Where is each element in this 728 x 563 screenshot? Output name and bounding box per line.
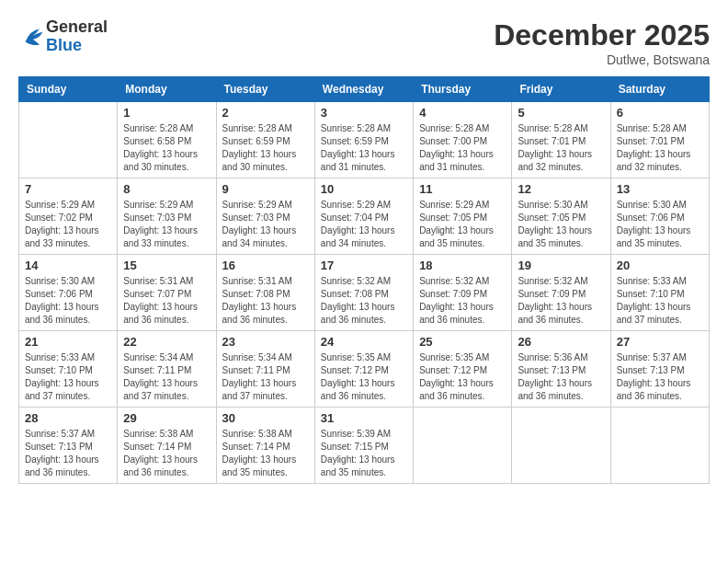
- calendar-cell: 28Sunrise: 5:37 AM Sunset: 7:13 PM Dayli…: [19, 408, 118, 484]
- day-info: Sunrise: 5:38 AM Sunset: 7:14 PM Dayligh…: [123, 428, 210, 479]
- calendar-week-row-2: 7Sunrise: 5:29 AM Sunset: 7:02 PM Daylig…: [19, 178, 710, 255]
- day-info: Sunrise: 5:38 AM Sunset: 7:14 PM Dayligh…: [222, 428, 309, 479]
- day-number: 5: [518, 106, 604, 120]
- calendar-cell: 18Sunrise: 5:32 AM Sunset: 7:09 PM Dayli…: [414, 255, 512, 331]
- day-number: 26: [518, 335, 604, 349]
- calendar-cell: 30Sunrise: 5:38 AM Sunset: 7:14 PM Dayli…: [216, 408, 314, 484]
- calendar-cell: 19Sunrise: 5:32 AM Sunset: 7:09 PM Dayli…: [512, 255, 610, 331]
- calendar-cell: 8Sunrise: 5:29 AM Sunset: 7:03 PM Daylig…: [118, 178, 216, 255]
- day-info: Sunrise: 5:33 AM Sunset: 7:10 PM Dayligh…: [617, 275, 703, 327]
- day-info: Sunrise: 5:35 AM Sunset: 7:12 PM Dayligh…: [419, 351, 506, 403]
- calendar-cell: 29Sunrise: 5:38 AM Sunset: 7:14 PM Dayli…: [118, 408, 216, 484]
- day-info: Sunrise: 5:29 AM Sunset: 7:03 PM Dayligh…: [222, 199, 309, 250]
- calendar-cell: 1Sunrise: 5:28 AM Sunset: 6:58 PM Daylig…: [118, 102, 216, 178]
- day-number: 24: [321, 335, 407, 349]
- day-info: Sunrise: 5:37 AM Sunset: 7:13 PM Dayligh…: [617, 351, 703, 403]
- calendar-header-thursday: Thursday: [414, 77, 512, 102]
- day-info: Sunrise: 5:29 AM Sunset: 7:05 PM Dayligh…: [419, 199, 506, 250]
- day-number: 10: [321, 182, 407, 196]
- calendar-cell: 13Sunrise: 5:30 AM Sunset: 7:06 PM Dayli…: [610, 178, 709, 255]
- logo-text: General Blue: [46, 18, 108, 55]
- day-number: 13: [617, 182, 703, 196]
- calendar-cell: [414, 408, 512, 484]
- day-number: 25: [419, 335, 506, 349]
- calendar-week-row-4: 21Sunrise: 5:33 AM Sunset: 7:10 PM Dayli…: [19, 331, 710, 408]
- day-number: 12: [518, 182, 604, 196]
- day-number: 7: [25, 182, 111, 196]
- day-info: Sunrise: 5:28 AM Sunset: 7:01 PM Dayligh…: [617, 122, 703, 174]
- day-info: Sunrise: 5:39 AM Sunset: 7:15 PM Dayligh…: [321, 428, 407, 479]
- day-info: Sunrise: 5:37 AM Sunset: 7:13 PM Dayligh…: [25, 428, 111, 479]
- calendar-header-wednesday: Wednesday: [314, 77, 413, 102]
- calendar-cell: 23Sunrise: 5:34 AM Sunset: 7:11 PM Dayli…: [216, 331, 314, 408]
- day-number: 4: [419, 106, 506, 120]
- calendar-cell: 22Sunrise: 5:34 AM Sunset: 7:11 PM Dayli…: [118, 331, 216, 408]
- day-info: Sunrise: 5:29 AM Sunset: 7:04 PM Dayligh…: [321, 199, 407, 250]
- logo: General Blue: [18, 18, 108, 55]
- day-info: Sunrise: 5:28 AM Sunset: 6:58 PM Dayligh…: [123, 122, 210, 174]
- day-number: 18: [419, 259, 506, 272]
- calendar-cell: 7Sunrise: 5:29 AM Sunset: 7:02 PM Daylig…: [19, 178, 118, 255]
- calendar-cell: 10Sunrise: 5:29 AM Sunset: 7:04 PM Dayli…: [314, 178, 413, 255]
- day-number: 16: [222, 259, 309, 272]
- title-area: December 2025 Dutlwe, Botswana: [494, 18, 710, 67]
- calendar-header-monday: Monday: [118, 77, 216, 102]
- day-info: Sunrise: 5:30 AM Sunset: 7:06 PM Dayligh…: [617, 199, 703, 250]
- calendar-cell: 31Sunrise: 5:39 AM Sunset: 7:15 PM Dayli…: [314, 408, 413, 484]
- day-info: Sunrise: 5:32 AM Sunset: 7:08 PM Dayligh…: [321, 275, 407, 327]
- day-info: Sunrise: 5:32 AM Sunset: 7:09 PM Dayligh…: [419, 275, 506, 327]
- calendar-cell: 4Sunrise: 5:28 AM Sunset: 7:00 PM Daylig…: [414, 102, 512, 178]
- day-number: 27: [617, 335, 703, 349]
- logo-bird-icon: [20, 24, 46, 50]
- day-number: 28: [25, 411, 111, 425]
- day-info: Sunrise: 5:28 AM Sunset: 7:00 PM Dayligh…: [419, 122, 506, 174]
- day-number: 6: [617, 106, 703, 120]
- day-number: 20: [617, 259, 703, 272]
- calendar-cell: 3Sunrise: 5:28 AM Sunset: 6:59 PM Daylig…: [314, 102, 413, 178]
- day-number: 2: [222, 106, 309, 120]
- day-number: 29: [123, 411, 210, 425]
- calendar-cell: 12Sunrise: 5:30 AM Sunset: 7:05 PM Dayli…: [512, 178, 610, 255]
- day-info: Sunrise: 5:31 AM Sunset: 7:08 PM Dayligh…: [222, 275, 309, 327]
- calendar-cell: 17Sunrise: 5:32 AM Sunset: 7:08 PM Dayli…: [314, 255, 413, 331]
- calendar-cell: [512, 408, 610, 484]
- logo-blue-text: Blue: [46, 36, 82, 54]
- day-info: Sunrise: 5:33 AM Sunset: 7:10 PM Dayligh…: [25, 351, 111, 403]
- day-number: 9: [222, 182, 309, 196]
- calendar-header-sunday: Sunday: [19, 77, 118, 102]
- day-number: 31: [321, 411, 407, 425]
- day-number: 14: [25, 259, 111, 272]
- calendar-cell: [19, 102, 118, 178]
- calendar-week-row-1: 1Sunrise: 5:28 AM Sunset: 6:58 PM Daylig…: [19, 102, 710, 178]
- day-info: Sunrise: 5:28 AM Sunset: 7:01 PM Dayligh…: [518, 122, 604, 174]
- calendar-cell: 15Sunrise: 5:31 AM Sunset: 7:07 PM Dayli…: [118, 255, 216, 331]
- day-info: Sunrise: 5:29 AM Sunset: 7:02 PM Dayligh…: [25, 199, 111, 250]
- header: General Blue December 2025 Dutlwe, Botsw…: [18, 18, 710, 67]
- day-number: 11: [419, 182, 506, 196]
- calendar-cell: 26Sunrise: 5:36 AM Sunset: 7:13 PM Dayli…: [512, 331, 610, 408]
- day-info: Sunrise: 5:28 AM Sunset: 6:59 PM Dayligh…: [321, 122, 407, 174]
- day-info: Sunrise: 5:32 AM Sunset: 7:09 PM Dayligh…: [518, 275, 604, 327]
- calendar-table: SundayMondayTuesdayWednesdayThursdayFrid…: [18, 76, 710, 484]
- day-info: Sunrise: 5:30 AM Sunset: 7:06 PM Dayligh…: [25, 275, 111, 327]
- day-number: 3: [321, 106, 407, 120]
- calendar-cell: [610, 408, 709, 484]
- calendar-cell: 25Sunrise: 5:35 AM Sunset: 7:12 PM Dayli…: [414, 331, 512, 408]
- calendar-week-row-3: 14Sunrise: 5:30 AM Sunset: 7:06 PM Dayli…: [19, 255, 710, 331]
- day-number: 21: [25, 335, 111, 349]
- calendar-cell: 21Sunrise: 5:33 AM Sunset: 7:10 PM Dayli…: [19, 331, 118, 408]
- day-number: 22: [123, 335, 210, 349]
- location: Dutlwe, Botswana: [494, 52, 710, 67]
- calendar-week-row-5: 28Sunrise: 5:37 AM Sunset: 7:13 PM Dayli…: [19, 408, 710, 484]
- month-title: December 2025: [494, 18, 710, 52]
- day-info: Sunrise: 5:31 AM Sunset: 7:07 PM Dayligh…: [123, 275, 210, 327]
- day-number: 19: [518, 259, 604, 272]
- calendar-header-friday: Friday: [512, 77, 610, 102]
- calendar-cell: 6Sunrise: 5:28 AM Sunset: 7:01 PM Daylig…: [610, 102, 709, 178]
- day-number: 1: [123, 106, 210, 120]
- day-number: 8: [123, 182, 210, 196]
- day-number: 30: [222, 411, 309, 425]
- day-number: 15: [123, 259, 210, 272]
- logo-general-text: General: [46, 17, 108, 36]
- calendar-cell: 11Sunrise: 5:29 AM Sunset: 7:05 PM Dayli…: [414, 178, 512, 255]
